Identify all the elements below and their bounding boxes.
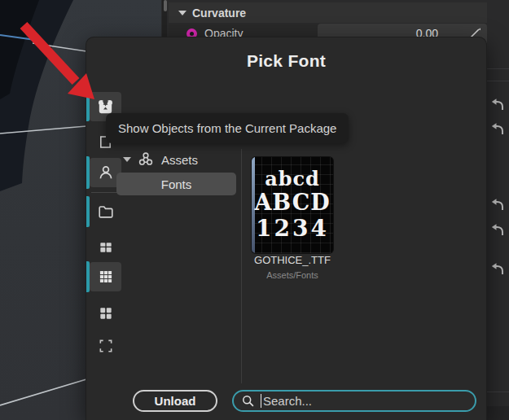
- pick-font-dialog: Pick Font: [86, 37, 487, 420]
- section-collapse-icon[interactable]: [178, 11, 186, 15]
- revert-arrow-icon[interactable]: [490, 97, 505, 112]
- expand-view-button[interactable]: [90, 331, 121, 361]
- section-title: Curvature: [192, 7, 246, 20]
- asset-path: Assets/Fonts: [211, 270, 374, 280]
- font-preview: abcd ABCD 1234: [252, 157, 333, 253]
- revert-arrow-icon[interactable]: [490, 222, 505, 237]
- preview-line-digits: 1234: [256, 215, 329, 242]
- search-icon: [241, 394, 255, 408]
- browse-folders-button[interactable]: [90, 197, 121, 226]
- expand-icon: [98, 338, 114, 354]
- revert-arrow-icon[interactable]: [490, 261, 505, 276]
- revert-arrow-icon[interactable]: [490, 121, 505, 136]
- scrollbar-track[interactable]: [162, 0, 167, 37]
- search-input[interactable]: [263, 394, 475, 408]
- tree-root-assets[interactable]: Assets: [137, 151, 198, 168]
- tree-item-fonts[interactable]: Fonts: [116, 173, 236, 195]
- screen: Curvature Opacity 0.00 Pick Font: [0, 0, 509, 420]
- unload-button[interactable]: Unload: [133, 390, 217, 412]
- preview-line-lowercase: abcd: [265, 168, 320, 190]
- font-asset-tile[interactable]: abcd ABCD 1234: [252, 157, 333, 253]
- row-divider: [487, 68, 509, 69]
- tree-root-label: Assets: [161, 153, 198, 167]
- scrollbar-thumb[interactable]: [164, 0, 167, 11]
- grid-small-icon: [98, 239, 114, 256]
- folder-icon: [97, 203, 115, 221]
- row-divider: [487, 81, 509, 81]
- row-divider: [487, 392, 509, 392]
- rail-divider: [91, 192, 119, 193]
- assets-group-icon: [137, 151, 155, 168]
- text-cursor: [261, 394, 261, 408]
- grid-large-icon: [98, 305, 114, 322]
- panel-footer-strip: [487, 406, 509, 420]
- view-large-tiles-button[interactable]: [90, 299, 121, 328]
- unload-button-label: Unload: [155, 394, 196, 408]
- dialog-title: Pick Font: [86, 51, 486, 71]
- tree-expand-caret[interactable]: [123, 157, 131, 162]
- section-header-curvature[interactable]: Curvature: [169, 2, 487, 23]
- view-tiles-button[interactable]: [90, 233, 121, 262]
- revert-arrow-icon[interactable]: [490, 197, 505, 212]
- panel-divider: [241, 149, 242, 383]
- tree-item-label: Fonts: [161, 177, 192, 191]
- person-icon: [97, 164, 115, 182]
- preview-line-uppercase: ABCD: [254, 190, 330, 215]
- tooltip: Show Objects from the Current Package: [106, 113, 349, 143]
- tooltip-text: Show Objects from the Current Package: [118, 121, 336, 135]
- grid-dense-icon: [98, 269, 114, 285]
- view-grid-button[interactable]: [90, 262, 121, 291]
- search-box[interactable]: [232, 390, 476, 412]
- asset-filename: GOTHICE_.TTF: [211, 254, 374, 266]
